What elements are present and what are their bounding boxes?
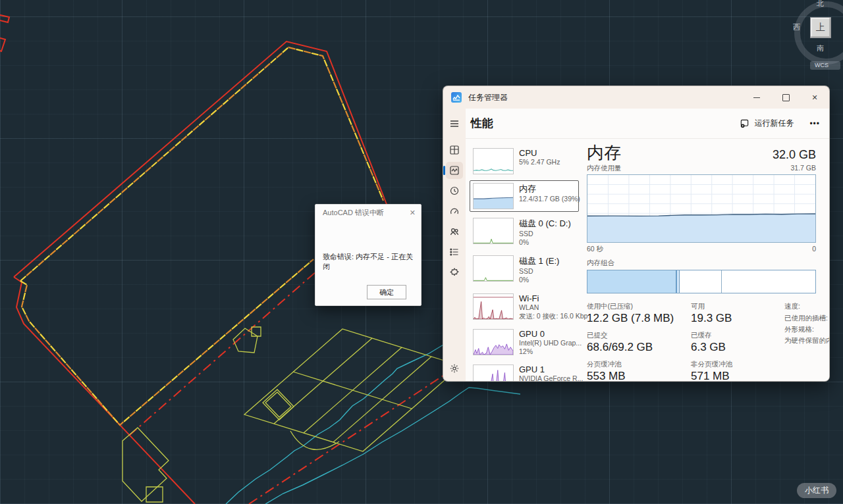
sidebar-item-details[interactable] [446, 243, 463, 261]
sidebar-item-services[interactable] [446, 264, 463, 281]
memory-usage-graph[interactable] [587, 174, 816, 243]
viewcube-top-face[interactable]: 上 [810, 17, 831, 38]
settings-gear-icon[interactable] [446, 360, 463, 377]
metric-gpu-0[interactable]: GPU 0Intel(R) UHD Grap...12% [470, 326, 579, 359]
stat-label: 使用中(已压缩) [587, 302, 686, 311]
memory-stats-grid: 使用中(已压缩)12.2 GB (7.8 MB) 可用19.3 GB 已提交68… [587, 302, 776, 382]
more-options-icon[interactable]: ••• [809, 119, 820, 128]
dialog-title: AutoCAD 错误中断 [323, 208, 410, 218]
sidebar-item-users[interactable] [446, 223, 463, 240]
wcs-badge[interactable]: WCS [810, 61, 840, 70]
xiaohongshu-watermark: 小红书 [797, 483, 836, 498]
run-new-task-button[interactable]: 运行新任务 [733, 114, 800, 133]
metric-wifi[interactable]: Wi-FiWLAN发送: 0 接收: 16.0 Kbp [470, 291, 579, 323]
building-footprints-green [122, 327, 461, 502]
stat-label: 非分页缓冲池 [691, 360, 776, 369]
metric-gpu-1[interactable]: GPU 1NVIDIA GeForce R...9% (43 °C) [470, 362, 579, 382]
close-button[interactable]: ✕ [800, 86, 829, 109]
stat-value: 571 MB [691, 370, 776, 382]
hamburger-menu-icon[interactable] [446, 115, 463, 132]
memory-scale-max: 31.7 GB [790, 164, 816, 173]
gpu1-sparkline [473, 365, 514, 382]
wifi-sparkline [473, 293, 514, 320]
task-manager-titlebar: 任务管理器 ✕ [443, 86, 829, 109]
viewcube-north-label[interactable]: 北 [817, 0, 824, 9]
memory-detail-panel: 内存 32.0 GB 内存使用量 31.7 GB [579, 139, 829, 382]
task-manager-sidebar [443, 109, 466, 382]
graph-zero-label: 0 [812, 245, 816, 254]
viewcube-south-label[interactable]: 南 [817, 43, 824, 53]
stat-value: 19.3 GB [691, 312, 776, 325]
stat-label: 分页缓冲池 [587, 360, 686, 369]
stat-label: 可用 [691, 302, 776, 311]
dialog-close-icon[interactable]: ✕ [410, 209, 416, 217]
performance-metric-list: CPU5% 2.47 GHz 内存12.4/31.7 GB (39%) 磁盘 0… [466, 139, 579, 382]
sidebar-item-startup-apps[interactable] [446, 203, 463, 220]
stat-value: 6.3 GB [691, 341, 776, 354]
memory-usage-label: 内存使用量 [587, 164, 790, 173]
sidebar-item-processes[interactable] [446, 141, 463, 159]
memory-hardware-details: 速度:5600 MT/秒 已使用的插槽:2/2 外形规格:SODIMM 为硬件保… [784, 302, 830, 382]
composition-free-segment [722, 270, 815, 293]
disk0-sparkline [473, 218, 514, 244]
viewcube-west-label[interactable]: 西 [793, 22, 800, 32]
detail-label: 已使用的插槽: [784, 314, 830, 325]
stat-value: 12.2 GB (7.8 MB) [587, 312, 686, 325]
window-title: 任务管理器 [468, 92, 742, 103]
memory-total-capacity: 32.0 GB [773, 148, 816, 162]
memory-panel-title: 内存 [587, 144, 773, 162]
task-manager-app-icon [451, 92, 462, 103]
metric-disk-0[interactable]: 磁盘 0 (C: D:)SSD0% [470, 215, 579, 249]
detail-label: 速度: [784, 302, 830, 314]
composition-standby-segment [680, 270, 722, 293]
composition-used-segment [587, 270, 676, 293]
detail-label: 外形规格: [784, 325, 830, 336]
page-title: 性能 [471, 116, 733, 131]
metric-disk-1[interactable]: 磁盘 1 (E:)SSD0% [470, 253, 579, 287]
maximize-button[interactable] [771, 86, 800, 109]
autocad-error-dialog: AutoCAD 错误中断 ✕ 致命错误: 内存不足 - 正在关闭 确定 [315, 204, 422, 306]
stat-value: 68.6/69.2 GB [587, 341, 686, 354]
viewcube[interactable]: 北 西 南 上 [789, 0, 843, 63]
stat-value: 553 MB [587, 370, 686, 382]
disk1-sparkline [473, 255, 514, 282]
task-manager-window: 任务管理器 ✕ [443, 86, 830, 382]
memory-sparkline [473, 183, 514, 209]
task-manager-main: 性能 运行新任务 ••• CPU5% 2.47 GHz [466, 109, 829, 382]
performance-header: 性能 运行新任务 ••• [466, 109, 829, 139]
memory-composition-bar[interactable] [587, 270, 816, 293]
run-new-task-icon [740, 118, 749, 128]
metric-cpu[interactable]: CPU5% 2.47 GHz [470, 145, 579, 177]
stat-label: 已缓存 [691, 331, 776, 340]
dialog-ok-button[interactable]: 确定 [367, 285, 406, 299]
sidebar-item-app-history[interactable] [446, 182, 463, 199]
gpu0-sparkline [473, 329, 514, 355]
stat-label: 已提交 [587, 331, 686, 340]
memory-usage-area [587, 214, 815, 242]
cpu-sparkline [473, 148, 514, 174]
dialog-message: 致命错误: 内存不足 - 正在关闭 [315, 220, 421, 272]
minimize-button[interactable] [742, 86, 771, 109]
metric-memory[interactable]: 内存12.4/31.7 GB (39%) [470, 180, 579, 212]
memory-composition-label: 内存组合 [587, 259, 816, 268]
detail-label: 为硬件保留的内存: [784, 336, 830, 347]
graph-time-label: 60 秒 [587, 245, 812, 254]
cad-left-edge-fragments [0, 14, 9, 51]
sidebar-item-performance[interactable] [446, 162, 463, 179]
